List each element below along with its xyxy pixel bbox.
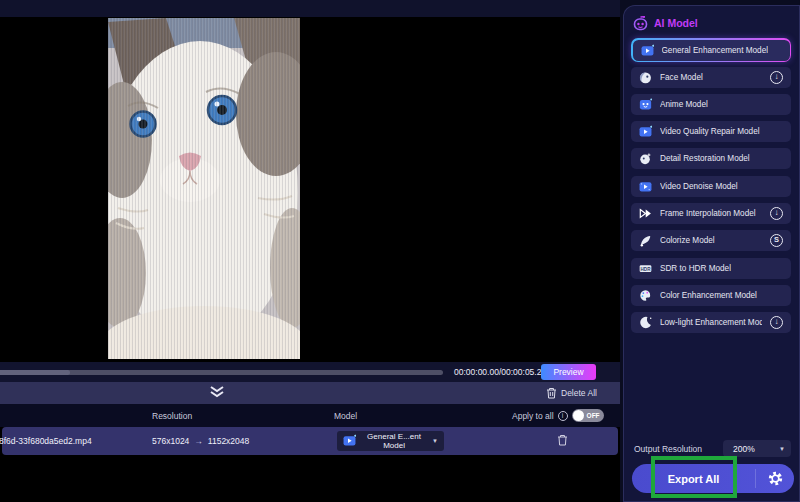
gear-icon: [768, 471, 783, 486]
model-item-video-denoise-model[interactable]: Video Denoise Model: [631, 176, 791, 197]
output-resolution-label: Output Resolution: [634, 444, 702, 454]
colorize-icon: [639, 234, 652, 247]
hdr-icon: HDR: [639, 262, 652, 275]
video-denoise-icon: [639, 180, 652, 193]
moon-icon: [639, 316, 652, 329]
detail-restoration-icon: [639, 152, 652, 165]
model-item-label: Video Quality Repair Model: [660, 127, 760, 136]
trash-icon: [557, 434, 568, 446]
chevron-down-icon: ▼: [432, 438, 438, 444]
model-item-label: Frame Interpolation Model: [660, 209, 756, 218]
download-icon[interactable]: ↓: [770, 71, 783, 84]
selected-model-border: General Enhancement Model: [631, 38, 791, 62]
row-resolution: 576x1024→1152x2048: [152, 427, 249, 455]
window-topbar: [0, 0, 620, 17]
ai-model-panel: AI Model General Enhancement ModelFace M…: [623, 5, 800, 502]
export-pill: Export All: [632, 464, 794, 493]
svg-text:HDR: HDR: [641, 266, 652, 271]
model-item-label: Anime Model: [660, 100, 708, 109]
timeline-progress-played: [0, 370, 70, 375]
frame-interpolation-icon: [639, 207, 652, 220]
chevron-double-down-icon: [209, 386, 225, 398]
export-all-button[interactable]: Export All: [632, 464, 755, 493]
queue-collapse-bar: Delete All: [0, 382, 620, 404]
model-item-label: Video Denoise Model: [660, 182, 738, 191]
playback-time: 00:00:00.00/00:00:05.21: [454, 362, 546, 382]
model-item-colorize-model[interactable]: Colorize ModelS: [631, 230, 791, 251]
video-enhancement-icon: [343, 434, 356, 449]
chevron-down-icon: ▼: [779, 446, 785, 452]
model-item-color-enhancement-model[interactable]: Color Enhancement Model: [631, 285, 791, 306]
column-header-resolution: Resolution: [152, 411, 192, 421]
queue-row[interactable]: 8f6d-33f680da5ed2.mp4576x1024→1152x2048G…: [2, 427, 618, 455]
model-item-label: Face Model: [660, 73, 703, 82]
s-badge-icon: S: [770, 234, 783, 247]
model-item-anime-model[interactable]: Anime Model: [631, 94, 791, 115]
sidebar-background: AI Model General Enhancement ModelFace M…: [620, 0, 800, 502]
model-item-label: Colorize Model: [660, 236, 715, 245]
arrow-right-icon: →: [194, 436, 203, 446]
video-stage: [0, 17, 620, 362]
timeline-bar: 00:00:00.00/00:00:05.21 Preview: [0, 362, 620, 382]
anime-icon: [639, 98, 652, 111]
apply-to-all-toggle[interactable]: OFF: [572, 409, 604, 422]
robot-icon: [633, 16, 648, 31]
target-resolution: 1152x2048: [208, 436, 249, 446]
model-item-frame-interpolation-model[interactable]: Frame Interpolation Model↓: [631, 203, 791, 224]
row-model-dropdown[interactable]: General E...ent Model▼: [337, 431, 444, 451]
preview-button[interactable]: Preview: [541, 364, 596, 380]
model-item-label: Low-light Enhancement Model: [660, 318, 762, 327]
collapse-queue-button[interactable]: [204, 385, 230, 401]
output-resolution-row: Output Resolution 200% ▼: [634, 440, 791, 457]
source-resolution: 576x1024: [152, 436, 189, 446]
toggle-state-label: OFF: [587, 409, 600, 422]
model-item-detail-restoration-model[interactable]: Detail Restoration Model: [631, 148, 791, 169]
model-item-sdr-to-hdr-model[interactable]: HDRSDR to HDR Model: [631, 258, 791, 279]
face-icon: [639, 71, 652, 84]
trash-icon: [546, 387, 557, 399]
row-delete-button[interactable]: [554, 433, 570, 449]
video-preview[interactable]: [108, 18, 300, 359]
download-icon[interactable]: ↓: [770, 207, 783, 220]
model-item-label: Detail Restoration Model: [660, 154, 750, 163]
delete-all-label: Delete All: [561, 388, 597, 398]
main-area: 00:00:00.00/00:00:05.21 Preview Delete A…: [0, 0, 620, 502]
scanline-overlay: [108, 18, 300, 359]
color-palette-icon: [639, 289, 652, 302]
model-item-video-quality-repair-model[interactable]: Video Quality Repair Model: [631, 121, 791, 142]
app-window: 00:00:00.00/00:00:05.21 Preview Delete A…: [0, 0, 800, 502]
queue-table-body: 8f6d-33f680da5ed2.mp4576x1024→1152x2048G…: [0, 427, 620, 455]
model-item-label: General Enhancement Model: [662, 46, 769, 55]
model-item-general-enhancement-model[interactable]: General Enhancement Model: [633, 40, 790, 61]
export-settings-button[interactable]: [756, 464, 794, 493]
apply-to-all-cluster: Apply to all i OFF: [512, 404, 604, 427]
info-icon[interactable]: i: [558, 411, 568, 421]
model-item-label: Color Enhancement Model: [660, 291, 757, 300]
row-model-label: General E...ent Model: [361, 432, 427, 450]
panel-title: AI Model: [654, 17, 698, 29]
toggle-knob: [573, 410, 584, 421]
download-icon[interactable]: ↓: [770, 316, 783, 329]
column-header-model: Model: [334, 411, 357, 421]
ai-model-header: AI Model: [624, 6, 799, 32]
model-list: General Enhancement ModelFace Model↓Anim…: [624, 32, 799, 333]
video-repair-icon: [639, 125, 652, 138]
row-filename: 8f6d-33f680da5ed2.mp4: [0, 427, 92, 455]
timeline-progress[interactable]: [0, 370, 443, 375]
model-item-label: SDR to HDR Model: [660, 264, 731, 273]
apply-to-all-label: Apply to all: [512, 411, 554, 421]
model-item-low-light-enhancement-model[interactable]: Low-light Enhancement Model↓: [631, 312, 791, 333]
model-item-face-model[interactable]: Face Model↓: [631, 67, 791, 88]
output-resolution-value: 200%: [733, 444, 755, 454]
video-enhancement-icon: [641, 44, 654, 57]
delete-all-button[interactable]: Delete All: [546, 382, 597, 404]
queue-table-header: Resolution Model Apply to all i OFF: [0, 404, 620, 427]
output-resolution-select[interactable]: 200% ▼: [723, 440, 791, 457]
